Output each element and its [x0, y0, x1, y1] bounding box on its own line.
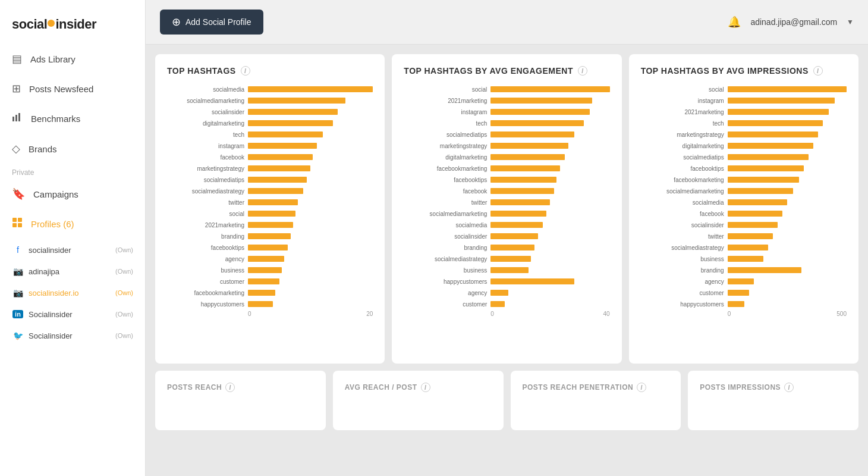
- bar-wrap: [490, 209, 609, 218]
- svg-rect-4: [18, 218, 22, 222]
- sidebar-item-label: Posts Newsfeed: [29, 84, 93, 94]
- topbar: ⊕ Add Social Profile 🔔 adinad.jipa@gmail…: [146, 0, 868, 45]
- sidebar-item-posts-newsfeed[interactable]: ⊞ Posts Newsfeed: [0, 74, 145, 104]
- bar-label: facebook: [404, 188, 487, 195]
- bar-label: digitalmarketing: [641, 143, 724, 149]
- bar: [248, 278, 279, 284]
- profile-row-linkedin-socialinsider[interactable]: in Socialinsider (Own): [0, 303, 145, 325]
- bar-row: tech: [404, 119, 609, 127]
- bar: [490, 256, 531, 262]
- chart-title-1: TOP HASHTAGS i: [167, 66, 373, 76]
- bar-row: happycustomers: [641, 300, 847, 308]
- bar: [728, 290, 749, 296]
- bar-wrap: [490, 300, 609, 308]
- ads-library-icon: ▤: [12, 52, 22, 65]
- profile-row-twitter-socialinsider[interactable]: 🐦 Socialinsider (Own): [0, 325, 145, 346]
- chart3-bars: socialinstagram2021marketingtechmarketin…: [641, 85, 847, 308]
- bar: [248, 301, 273, 307]
- sidebar-item-ads-library[interactable]: ▤ Ads Library: [0, 44, 145, 74]
- add-social-profile-button[interactable]: ⊕ Add Social Profile: [160, 10, 263, 35]
- profile-row-instagram-adinajipa[interactable]: 📷 adinajipa (Own): [0, 261, 145, 282]
- bar: [490, 177, 556, 183]
- bar-label: socialmediastrategy: [641, 245, 724, 251]
- profile-row-facebook-socialinsider[interactable]: f socialinsider (Own): [0, 239, 145, 261]
- bar: [490, 86, 609, 92]
- bar-label: facebookmarketing: [641, 177, 724, 183]
- bar-label: instagram: [404, 109, 487, 115]
- bar-row: business: [404, 266, 609, 274]
- info-icon-2[interactable]: i: [578, 66, 587, 76]
- bar-row: socialmediastrategy: [641, 243, 847, 252]
- info-icon-impressions[interactable]: i: [784, 383, 794, 392]
- chart1-axis: 0 20: [167, 311, 373, 317]
- bar-label: digitalmarketing: [404, 154, 487, 161]
- bar-row: facebooktips: [404, 176, 609, 184]
- bar-row: socialmedia: [167, 85, 373, 93]
- bar: [490, 278, 574, 284]
- bar-row: facebookmarketing: [641, 176, 847, 184]
- bar-row: instagram: [167, 142, 373, 150]
- info-icon-reach[interactable]: i: [225, 383, 235, 392]
- bar-label: facebooktips: [641, 165, 724, 172]
- avg-reach-post-title: AVG REACH / POST i: [345, 383, 492, 392]
- bar-row: socialmediastrategy: [404, 255, 609, 263]
- posts-impressions-title: POSTS IMPRESSIONS i: [700, 383, 847, 392]
- info-icon-3[interactable]: i: [813, 66, 823, 76]
- bar-wrap: [728, 130, 847, 139]
- bar-wrap: [490, 243, 609, 252]
- bar: [728, 301, 744, 307]
- bar-row: social: [404, 85, 609, 93]
- chart2-axis: 0 40: [404, 311, 609, 317]
- bar: [728, 177, 799, 183]
- benchmarks-icon: [12, 112, 23, 126]
- bar-label: facebookmarketing: [404, 165, 487, 172]
- chart1-bars: socialmediasocialmediamarketingsocialins…: [167, 85, 373, 308]
- bar: [728, 86, 847, 92]
- bar-wrap: [248, 277, 373, 286]
- content-area: TOP HASHTAGS i socialmediasocialmediamar…: [146, 45, 868, 476]
- info-icon-1[interactable]: i: [241, 66, 250, 76]
- bar: [490, 199, 550, 205]
- notification-bell-icon[interactable]: 🔔: [728, 15, 741, 29]
- info-icon-avg-reach[interactable]: i: [421, 383, 430, 392]
- sidebar-item-label: Brands: [29, 144, 57, 154]
- bar-row: socialmediamarketing: [641, 187, 847, 195]
- sidebar-item-label: Ads Library: [30, 54, 76, 64]
- bar-row: socialmedia: [404, 221, 609, 229]
- bar: [248, 199, 298, 205]
- instagram-icon: 📷: [12, 287, 24, 299]
- profile-row-instagram-socialinsider-io[interactable]: 📷 socialinsider.io (Own): [0, 282, 145, 303]
- bar-row: digitalmarketing: [404, 153, 609, 161]
- bar-label: agency: [641, 278, 724, 285]
- bar-wrap: [248, 187, 373, 195]
- bar-label: branding: [404, 245, 487, 251]
- sidebar-item-brands[interactable]: ◇ Brands: [0, 134, 145, 164]
- svg-rect-3: [12, 218, 17, 222]
- sidebar-item-profiles[interactable]: Profiles (6): [0, 209, 145, 239]
- bar-label: socialinsider: [167, 109, 244, 115]
- info-icon-penetration[interactable]: i: [637, 383, 646, 392]
- sidebar-item-benchmarks[interactable]: Benchmarks: [0, 104, 145, 134]
- bar-wrap: [248, 119, 373, 127]
- user-dropdown-icon[interactable]: ▼: [847, 18, 854, 26]
- bar: [490, 267, 529, 273]
- bar-label: facebookmarketing: [167, 290, 244, 296]
- avg-reach-post-card: AVG REACH / POST i: [333, 371, 504, 430]
- instagram-icon: 📷: [12, 265, 24, 277]
- brands-icon: ◇: [12, 142, 20, 155]
- bar-wrap: [248, 130, 373, 139]
- linkedin-icon: in: [12, 308, 24, 320]
- bar-row: tech: [641, 119, 847, 127]
- bar-row: twitter: [404, 198, 609, 206]
- bar-label: socialmediatips: [641, 154, 724, 161]
- bar-wrap: [248, 108, 373, 116]
- bar-wrap: [728, 198, 847, 206]
- bar-wrap: [490, 221, 609, 229]
- sidebar-item-campaigns[interactable]: 🔖 Campaigns: [0, 179, 145, 209]
- bar-row: branding: [641, 266, 847, 274]
- bar: [248, 154, 313, 160]
- bar-label: social: [641, 86, 724, 93]
- bar-row: socialinsider: [167, 108, 373, 116]
- bar-wrap: [248, 198, 373, 206]
- logo-text: socialinsider: [12, 17, 96, 32]
